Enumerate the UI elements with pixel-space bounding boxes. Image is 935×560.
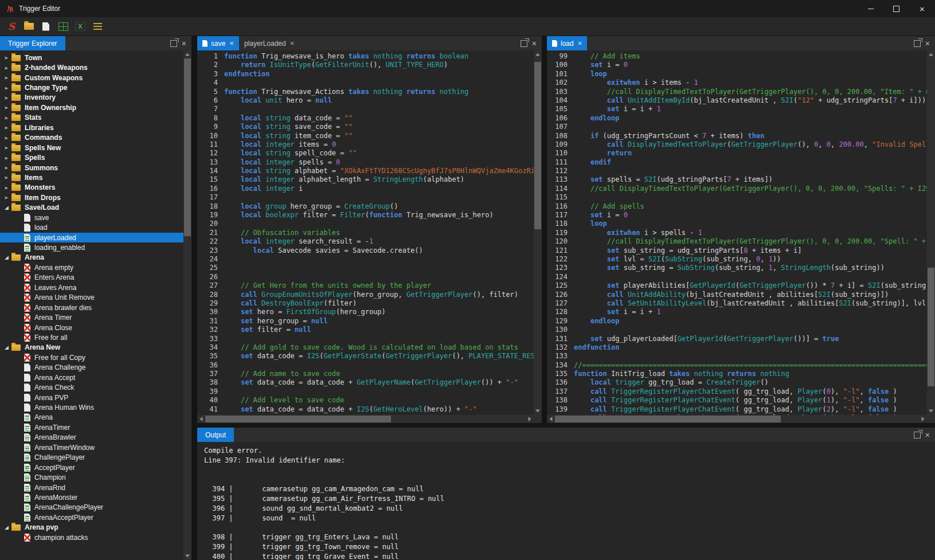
close-panel-icon[interactable]: × — [532, 40, 537, 48]
tree-item-challengeplayer[interactable]: ChallengePlayer — [0, 453, 183, 463]
tree-item-commands[interactable]: ▶Commands — [0, 133, 183, 143]
scrollbar-track[interactable] — [927, 58, 935, 407]
float-panel-icon[interactable] — [914, 432, 921, 438]
tree-item-champion-attacks[interactable]: champion attacks — [0, 532, 183, 542]
chevron-collapsed-icon[interactable]: ▶ — [2, 195, 11, 199]
tab-close-icon[interactable]: × — [229, 39, 234, 48]
tree-item-arenarnd[interactable]: ArenaRnd — [0, 483, 183, 492]
tree-item-arena-check[interactable]: Arena Check — [0, 382, 183, 392]
scroll-down-arrow-icon[interactable] — [534, 407, 542, 415]
scrollbar-thumb[interactable] — [205, 416, 391, 422]
tree-item-item-ownership[interactable]: ▶Item Ownership — [0, 103, 183, 112]
scrollbar-track[interactable] — [183, 58, 191, 552]
tree-item-leaves-arena[interactable]: Leaves Arena — [0, 283, 183, 292]
tree-item-free-for-all-copy[interactable]: Free for all Copy — [0, 353, 183, 362]
editor-vertical-scrollbar[interactable] — [927, 50, 935, 415]
trigger-explorer-tab[interactable]: Trigger Explorer — [0, 36, 65, 50]
tree-item-free-for-all[interactable]: Free for all — [0, 332, 183, 342]
chevron-expanded-icon[interactable]: ◢ — [2, 205, 11, 210]
float-panel-icon[interactable] — [170, 40, 177, 47]
minimize-button[interactable] — [858, 0, 883, 17]
scrollbar-thumb[interactable] — [184, 58, 191, 236]
tab-playerloaded[interactable]: playerLoaded× — [239, 36, 299, 50]
tree-item-change-type[interactable]: ▶Change Type — [0, 83, 183, 92]
tree-item-load[interactable]: load — [0, 222, 183, 232]
close-panel-icon[interactable]: × — [182, 40, 186, 48]
scroll-right-arrow-icon[interactable] — [526, 415, 534, 423]
tree-item-arena-new[interactable]: ◢Arena New — [0, 343, 183, 353]
chevron-collapsed-icon[interactable]: ▶ — [2, 56, 11, 60]
chevron-collapsed-icon[interactable]: ▶ — [2, 86, 11, 90]
scroll-down-arrow-icon[interactable] — [183, 552, 191, 560]
tree-vertical-scrollbar[interactable] — [183, 50, 191, 560]
scrollbar-track[interactable] — [205, 415, 526, 423]
chevron-collapsed-icon[interactable]: ▶ — [2, 175, 11, 179]
tree-item-2-handed-weapons[interactable]: ▶2-handed Weapons — [0, 62, 183, 72]
tree-item-enters-arena[interactable]: Enters Arena — [0, 273, 183, 283]
chevron-collapsed-icon[interactable]: ▶ — [2, 166, 11, 170]
scroll-up-arrow-icon[interactable] — [927, 50, 935, 58]
tree-item-save[interactable]: save — [0, 213, 183, 222]
tab-close-icon[interactable]: × — [290, 39, 295, 48]
tree-item-libraries[interactable]: ▶Libraries — [0, 123, 183, 132]
close-button[interactable]: × — [909, 0, 935, 17]
chevron-collapsed-icon[interactable]: ▶ — [2, 66, 11, 70]
scroll-down-arrow-icon[interactable] — [927, 407, 935, 415]
app-logo-button[interactable]: S — [3, 19, 19, 34]
custom-script-button[interactable]: X — [72, 19, 88, 34]
tree-item-arena-timer[interactable]: Arena Timer — [0, 312, 183, 322]
tab-load[interactable]: load× — [547, 36, 587, 50]
chevron-collapsed-icon[interactable]: ▶ — [2, 116, 11, 120]
tree-item-arena-accept[interactable]: Arena Accept — [0, 373, 183, 382]
scrollbar-track[interactable] — [534, 58, 542, 407]
tree-item-town[interactable]: ▶Town — [0, 53, 183, 62]
maximize-button[interactable] — [883, 0, 909, 17]
tree-item-loading-enabled[interactable]: loading_enabled — [0, 242, 183, 252]
chevron-collapsed-icon[interactable]: ▶ — [2, 186, 11, 190]
tree-item-arena-human-wins[interactable]: Arena Human Wins — [0, 402, 183, 412]
chevron-expanded-icon[interactable]: ◢ — [2, 345, 11, 350]
tree-item-arena-pvp[interactable]: ◢Arena pvp — [0, 523, 183, 532]
editor-horizontal-scrollbar[interactable] — [547, 415, 927, 423]
output-tab[interactable]: Output — [197, 428, 234, 442]
tree-item-champion[interactable]: Champion — [0, 472, 183, 482]
tree-item-arena-unit-remove[interactable]: Arena Unit Remove — [0, 293, 183, 303]
chevron-collapsed-icon[interactable]: ▶ — [2, 76, 11, 80]
editor-vertical-scrollbar[interactable] — [534, 50, 542, 415]
tree-item-stats[interactable]: ▶Stats — [0, 113, 183, 123]
tree-item-save-load[interactable]: ◢Save/Load — [0, 203, 183, 213]
tree-item-monsters[interactable]: ▶Monsters — [0, 183, 183, 193]
tab-save[interactable]: save× — [197, 36, 239, 50]
chevron-expanded-icon[interactable]: ◢ — [2, 255, 11, 260]
tree-item-spells[interactable]: ▶Spells — [0, 152, 183, 162]
tree-item-arena[interactable]: Arena — [0, 413, 183, 422]
tree-item-arenatimer[interactable]: ArenaTimer — [0, 422, 183, 432]
code-surface[interactable]: 1function Trig_newsave_is_hero takes not… — [197, 50, 534, 415]
code-surface[interactable]: 99 // Add items100 set i = 0101 loop102 … — [547, 50, 927, 415]
chevron-collapsed-icon[interactable]: ▶ — [2, 105, 11, 109]
scroll-left-arrow-icon[interactable] — [197, 415, 205, 423]
scroll-left-arrow-icon[interactable] — [547, 415, 555, 423]
tree-item-arena-empty[interactable]: Arena empty — [0, 263, 183, 272]
tree-item-custom-weapons[interactable]: ▶Custom Weapons — [0, 73, 183, 83]
tree-item-arenatimerwindow[interactable]: ArenaTimerWindow — [0, 442, 183, 452]
tree-item-arena-challenge[interactable]: Arena Challenge — [0, 363, 183, 373]
tree-item-items[interactable]: ▶Items — [0, 173, 183, 182]
chevron-expanded-icon[interactable]: ◢ — [2, 525, 11, 530]
scroll-up-arrow-icon[interactable] — [534, 50, 542, 58]
tree-item-arena[interactable]: ◢Arena — [0, 253, 183, 263]
scroll-right-arrow-icon[interactable] — [919, 415, 927, 423]
float-panel-icon[interactable] — [521, 40, 527, 47]
scrollbar-thumb[interactable] — [928, 268, 934, 386]
new-file-button[interactable] — [38, 19, 54, 34]
tree-item-arena-close[interactable]: Arena Close — [0, 323, 183, 332]
tree-item-item-drops[interactable]: ▶Item Drops — [0, 193, 183, 202]
close-panel-icon[interactable]: × — [925, 40, 930, 48]
scroll-up-arrow-icon[interactable] — [183, 50, 191, 58]
tree-item-arenamonster[interactable]: ArenaMonster — [0, 492, 183, 502]
tree-item-spells-new[interactable]: ▶Spells New — [0, 143, 183, 152]
tab-close-icon[interactable]: × — [578, 39, 582, 48]
scrollbar-thumb[interactable] — [555, 416, 781, 422]
tree-item-arenabrawler[interactable]: ArenaBrawler — [0, 433, 183, 442]
trigger-list-button[interactable] — [89, 19, 105, 34]
